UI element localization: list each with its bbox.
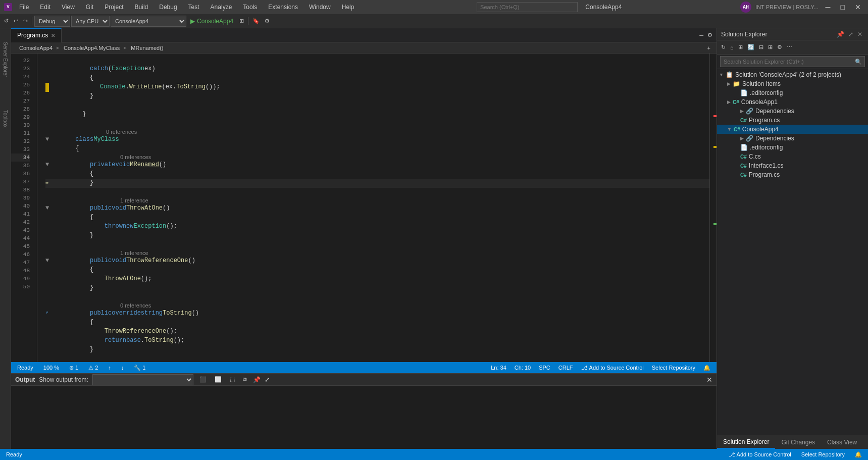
menu-view[interactable]: View — [58, 3, 79, 12]
debug-config-dropdown[interactable]: Debug Release — [34, 16, 70, 27]
se-editorconfig-1[interactable]: 📄 .editorconfig — [717, 88, 868, 97]
filepath-method[interactable]: MRenamed() — [127, 44, 167, 52]
platform-dropdown[interactable]: Any CPU x64 x86 — [71, 16, 110, 27]
nav-down-btn[interactable]: ↓ — [119, 365, 126, 371]
output-float-btn[interactable]: ⤢ — [265, 376, 270, 383]
se-search-input[interactable] — [720, 56, 865, 67]
se-program-cs-1[interactable]: C# Program.cs — [717, 116, 868, 125]
code-content[interactable]: catch (Exception ex) { Console.WriteLine… — [37, 54, 709, 362]
consoleapp1-expand-icon: ▶ — [727, 99, 731, 105]
bottom-select-repo[interactable]: Select Repository — [799, 451, 847, 458]
toolbox-icon[interactable]: Toolbox — [3, 109, 8, 129]
output-align-left-btn[interactable]: ⬛ — [197, 374, 209, 385]
se-properties-btn[interactable]: ⊞ — [736, 42, 745, 53]
se-editorconfig-4[interactable]: 📄 .editorconfig — [717, 143, 868, 152]
menu-edit[interactable]: Edit — [36, 3, 55, 12]
toolbar-refresh-btn[interactable]: ↺ — [2, 16, 11, 27]
tab-collapse-btn[interactable]: ─ — [697, 30, 705, 41]
close-button[interactable]: ✕ — [852, 2, 864, 12]
ln-status[interactable]: Ln: 34 — [489, 365, 508, 371]
errors-status[interactable]: ⊗ 1 — [67, 365, 80, 371]
se-collapse-btn[interactable]: ⊟ — [757, 42, 765, 53]
toolbar-settings-btn[interactable]: ⚙ — [263, 16, 272, 27]
output-align-center-btn[interactable]: ⬜ — [213, 374, 224, 385]
start-button[interactable]: ▶ ConsoleApp4 — [187, 17, 236, 26]
filepath-project[interactable]: ConsoleApp4 — [15, 44, 57, 52]
add-source-control[interactable]: ⎇ Add to Source Control — [579, 365, 646, 371]
bottom-bell[interactable]: 🔔 — [853, 451, 864, 458]
menu-analyze[interactable]: Analyze — [207, 3, 236, 12]
menu-project[interactable]: Project — [100, 3, 127, 12]
menu-extensions[interactable]: Extensions — [264, 3, 302, 12]
se-gear-btn[interactable]: ⚙ — [775, 42, 784, 53]
toolbar-bookmark-btn[interactable]: 🔖 — [250, 16, 262, 27]
se-c-cs[interactable]: C# C.cs — [717, 152, 868, 161]
menu-debug[interactable]: Debug — [155, 3, 181, 12]
se-solution-items[interactable]: ▶ 📁 Solution Items — [717, 79, 868, 88]
se-float-btn[interactable]: ⤢ — [847, 30, 855, 38]
output-close-btn[interactable]: ✕ — [706, 376, 712, 384]
se-tab-solution-explorer[interactable]: Solution Explorer — [717, 435, 775, 449]
tab-bar: Program.cs ✕ ─ ⚙ — [11, 28, 717, 42]
menu-test[interactable]: Test — [184, 3, 203, 12]
tab-close-icon[interactable]: ✕ — [51, 33, 55, 38]
output-pin-btn[interactable]: 📌 — [253, 376, 261, 383]
se-tab-class-view[interactable]: Class View — [821, 435, 863, 449]
se-close-btn[interactable]: ✕ — [856, 30, 864, 38]
nav-up-btn[interactable]: ↑ — [106, 365, 113, 371]
output-copy-btn[interactable]: ⧉ — [241, 374, 249, 385]
menu-help[interactable]: Help — [338, 3, 359, 12]
menu-tools[interactable]: Tools — [239, 3, 261, 12]
menu-window[interactable]: Window — [305, 3, 335, 12]
minimize-button[interactable]: ─ — [823, 2, 834, 12]
se-pin-btn[interactable]: 📌 — [835, 30, 846, 38]
interface1-cs-label: Interface1.cs — [749, 162, 784, 169]
line-ending-status[interactable]: CRLF — [556, 365, 575, 371]
solution-expand-icon: ▼ — [719, 72, 724, 77]
filepath-action-btn[interactable]: + — [705, 42, 712, 54]
toolbar-extra-btn[interactable]: ⊞ — [237, 16, 246, 27]
se-interface1-cs[interactable]: C# Interface1.cs — [717, 161, 868, 170]
se-solution-root[interactable]: ▼ 📋 Solution 'ConsoleApp4' (2 of 2 proje… — [717, 70, 868, 79]
se-consoleapp1[interactable]: ▶ C# ConsoleApp1 — [717, 97, 868, 107]
se-title-actions: 📌 ⤢ ✕ — [835, 30, 864, 38]
bottom-git[interactable]: ⎇ Add to Source Control — [727, 451, 793, 458]
toolbar-redo-btn[interactable]: ↪ — [21, 16, 30, 27]
toolbar-undo-btn[interactable]: ↩ — [12, 16, 20, 27]
menu-file[interactable]: File — [15, 3, 33, 12]
refactor-btn[interactable]: 🔧 1 — [132, 365, 147, 371]
zoom-status[interactable]: 100 % — [41, 365, 61, 371]
notifications-btn[interactable]: 🔔 — [701, 365, 712, 371]
editor-area: Program.cs ✕ ─ ⚙ ConsoleApp4 ▸ ConsoleAp… — [11, 28, 717, 449]
output-source-dropdown[interactable]: Build Debug General — [92, 374, 193, 385]
maximize-button[interactable]: □ — [838, 2, 848, 12]
se-home-btn[interactable]: ⌂ — [728, 42, 736, 53]
se-program-cs-4[interactable]: C# Program.cs — [717, 170, 868, 179]
se-dependencies-4[interactable]: ▶ 🔗 Dependencies — [717, 134, 868, 143]
menu-git[interactable]: Git — [82, 3, 97, 12]
se-dependencies-1[interactable]: ▶ 🔗 Dependencies — [717, 107, 868, 116]
server-explorer-icon[interactable]: Server Explorer — [3, 40, 8, 78]
tab-settings-btn[interactable]: ⚙ — [705, 30, 714, 41]
editorconfig-1-label: .editorconfig — [750, 89, 783, 96]
ch-status[interactable]: Ch: 10 — [513, 365, 533, 371]
filepath-class[interactable]: ConsoleApp4.MyClass — [60, 44, 124, 52]
se-tab-git-changes[interactable]: Git Changes — [775, 435, 821, 449]
se-sync-btn[interactable]: ↻ — [719, 42, 728, 53]
menu-build[interactable]: Build — [131, 3, 152, 12]
se-filter-btn[interactable]: ⊞ — [766, 42, 775, 53]
warnings-status[interactable]: ⚠ 2 — [86, 365, 100, 371]
scroll-gutter — [709, 54, 717, 362]
select-repository-btn[interactable]: Select Repository — [650, 365, 697, 371]
output-word-wrap-btn[interactable]: ⬚ — [228, 374, 237, 385]
global-search[interactable] — [477, 2, 578, 12]
editor-tab-program-cs[interactable]: Program.cs ✕ — [11, 28, 62, 42]
se-toolbar: ↻ ⌂ ⊞ 🔄 ⊟ ⊞ ⚙ ⋯ — [717, 40, 868, 55]
se-more-btn[interactable]: ⋯ — [785, 42, 794, 53]
project-dropdown[interactable]: ConsoleApp4 — [111, 16, 186, 27]
se-refresh-btn[interactable]: 🔄 — [745, 42, 756, 53]
se-consoleapp4[interactable]: ▼ C# ConsoleApp4 — [717, 125, 868, 134]
toolbar: ↺ ↩ ↪ Debug Release Any CPU x64 x86 Cons… — [0, 14, 868, 28]
user-avatar[interactable]: AH — [740, 2, 751, 13]
encoding-status[interactable]: SPC — [537, 365, 552, 371]
